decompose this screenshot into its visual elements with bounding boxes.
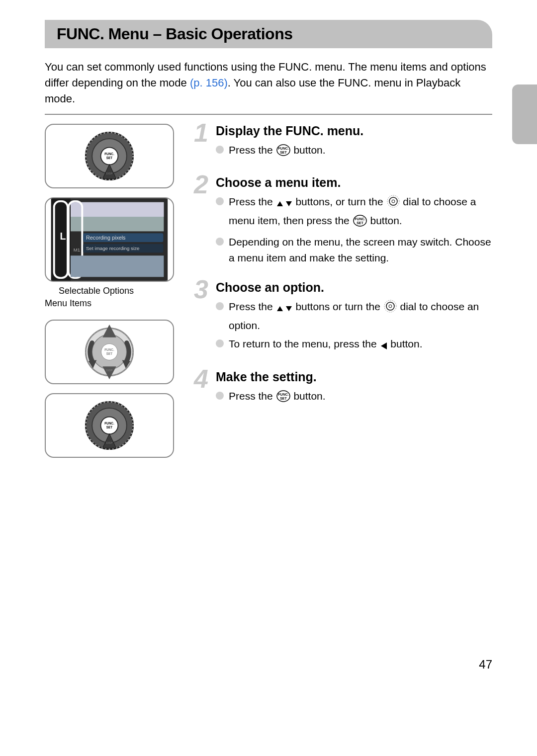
dial-figure-press-funcset-2: FUNC. SET DISP <box>45 393 174 458</box>
svg-point-48 <box>389 197 397 205</box>
step-title: Choose a menu item. <box>216 175 492 190</box>
svg-text:SET: SET <box>106 425 113 429</box>
svg-text:L: L <box>60 231 66 242</box>
dial-figure-turn-arrows: FUNC. SET DISP <box>45 320 174 384</box>
svg-text:FUNC.: FUNC. <box>104 152 114 156</box>
svg-marker-53 <box>277 306 283 311</box>
dial-figure-press-funcset: FUNC. SET DISP <box>45 124 174 188</box>
bullet-text: Press the FUNC.SET button. <box>229 142 492 161</box>
instruction-bullet: Press the FUNC.SET button. <box>216 388 492 407</box>
steps-column: 1Display the FUNC. menu.Press the FUNC.S… <box>194 124 492 467</box>
svg-text:DISP: DISP <box>106 171 113 174</box>
step-title: Make the setting. <box>216 370 492 384</box>
up-down-arrows-icon <box>276 197 293 213</box>
instruction-bullet: To return to the menu, press the button. <box>216 336 492 355</box>
svg-text:FUNC.: FUNC. <box>104 421 114 425</box>
svg-text:Recording pixels: Recording pixels <box>86 235 125 241</box>
annotation-menu-items: Menu Items <box>45 298 174 309</box>
svg-rect-11 <box>71 202 164 216</box>
svg-text:SET: SET <box>106 352 113 355</box>
svg-text:SET: SET <box>280 397 287 400</box>
svg-point-56 <box>386 302 394 310</box>
illustration-column: FUNC. SET DISP L M1 Re <box>45 124 174 467</box>
svg-text:Set image recording size: Set image recording size <box>86 246 139 251</box>
step-3: 3Choose an option.Press the buttons or t… <box>194 280 492 358</box>
step-1: 1Display the FUNC. menu.Press the FUNC.S… <box>194 124 492 164</box>
svg-marker-54 <box>286 306 292 311</box>
instruction-bullet: Press the FUNC.SET button. <box>216 142 492 161</box>
bullet-text: Press the FUNC.SET button. <box>229 388 492 407</box>
annotation-selectable-options: Selectable Options <box>59 286 174 296</box>
svg-text:FUNC.: FUNC. <box>278 393 288 396</box>
svg-rect-21 <box>71 255 164 277</box>
control-dial-icon <box>386 194 400 213</box>
bullet-dot-icon <box>216 146 224 154</box>
step-number: 4 <box>194 368 216 410</box>
step-2: 2Choose a menu item.Press the buttons, o… <box>194 175 492 268</box>
section-title-banner: FUNC. Menu – Basic Operations <box>45 20 492 48</box>
bullet-dot-icon <box>216 302 224 310</box>
left-arrow-icon <box>380 339 388 355</box>
divider <box>45 114 492 115</box>
svg-text:SET: SET <box>106 156 113 160</box>
instruction-bullet: Press the buttons, or turn the dial to c… <box>216 194 492 231</box>
svg-point-49 <box>392 200 395 203</box>
side-tab <box>512 84 537 144</box>
svg-text:FUNC.: FUNC. <box>104 348 114 351</box>
func-set-icon: FUNC.SET <box>276 390 291 407</box>
step-4: 4Make the setting.Press the FUNC.SET but… <box>194 370 492 410</box>
instruction-bullet: Depending on the menu, the screen may sw… <box>216 234 492 265</box>
step-title: Choose an option. <box>216 280 492 295</box>
svg-text:SET: SET <box>357 221 363 225</box>
bullet-dot-icon <box>216 392 224 400</box>
page-number: 47 <box>479 658 492 672</box>
bullet-text: To return to the menu, press the button. <box>229 336 492 355</box>
step-title: Display the FUNC. menu. <box>216 124 492 138</box>
svg-text:DISP: DISP <box>106 368 113 371</box>
screen-annotation: Selectable Options Menu Items <box>45 286 174 309</box>
bullet-dot-icon <box>216 238 224 246</box>
svg-text:FUNC.: FUNC. <box>355 217 365 221</box>
svg-marker-45 <box>277 201 283 206</box>
svg-text:M1: M1 <box>74 247 81 252</box>
svg-text:SET: SET <box>280 151 287 154</box>
instruction-bullet: Press the buttons or turn the dial to ch… <box>216 299 492 333</box>
bullet-dot-icon <box>216 339 224 347</box>
bullet-text: Press the buttons or turn the dial to ch… <box>229 299 492 333</box>
section-title: FUNC. Menu – Basic Operations <box>57 25 480 43</box>
intro-paragraph: You can set commonly used functions usin… <box>45 59 492 107</box>
svg-marker-58 <box>381 342 387 349</box>
step-number: 3 <box>194 278 216 358</box>
bullet-text: Press the buttons, or turn the dial to c… <box>229 194 492 231</box>
up-down-arrows-icon <box>276 302 293 318</box>
page-reference-link[interactable]: (p. 156) <box>190 77 228 89</box>
svg-point-57 <box>389 305 392 308</box>
bullet-dot-icon <box>216 197 224 205</box>
func-set-icon: FUNC.SET <box>353 214 367 232</box>
bullet-text: Depending on the menu, the screen may sw… <box>229 234 492 265</box>
func-set-icon: FUNC.SET <box>276 144 291 161</box>
control-dial-icon <box>383 299 397 318</box>
step-number: 2 <box>194 173 216 268</box>
camera-screen-figure: L M1 Recording pixels Set image recordin… <box>45 197 174 282</box>
step-number: 1 <box>194 122 216 164</box>
svg-marker-46 <box>286 201 292 206</box>
svg-text:FUNC.: FUNC. <box>278 147 288 150</box>
svg-text:DISP: DISP <box>106 441 113 444</box>
